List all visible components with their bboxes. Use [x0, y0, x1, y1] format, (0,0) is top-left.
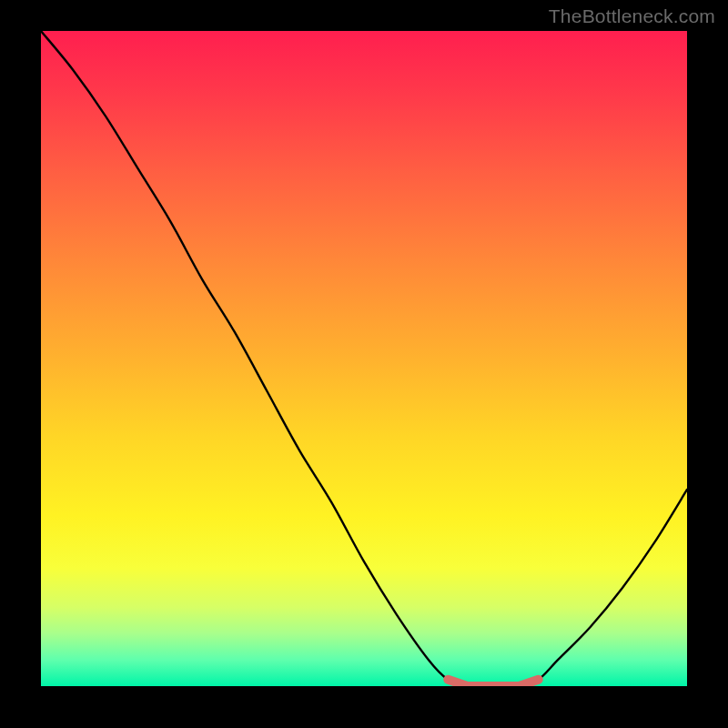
attribution-label: TheBottleneck.com [549, 5, 715, 27]
chart-frame: TheBottleneck.com [0, 0, 728, 728]
optimal-range-marker [41, 31, 687, 686]
plot-area [41, 31, 687, 686]
